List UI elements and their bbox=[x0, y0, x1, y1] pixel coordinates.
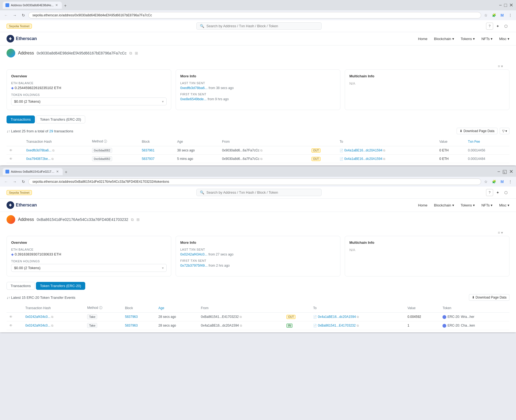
refresh-btn-1[interactable]: ↻ bbox=[20, 11, 27, 19]
profile-btn-2[interactable]: M bbox=[499, 178, 506, 185]
first-txn-hash-2[interactable]: 0x72b37975f49... bbox=[180, 263, 207, 267]
nav-blockchain-1[interactable]: Blockchain ▾ bbox=[434, 37, 454, 41]
nav-home-1[interactable]: Home bbox=[418, 37, 428, 41]
forward-btn-1[interactable]: → bbox=[11, 11, 19, 19]
tab-token-transfers-2[interactable]: Token Transfers (ERC-20) bbox=[36, 282, 85, 290]
td-to-addr[interactable]: 0x4a1aBE16...dc20A1594 bbox=[318, 315, 356, 319]
nav-misc-1[interactable]: Misc ▾ bbox=[499, 37, 509, 41]
url-bar-2[interactable] bbox=[28, 178, 481, 185]
search-help-btn-1[interactable]: ? bbox=[486, 23, 493, 30]
tab-transactions-2[interactable]: Transactions bbox=[7, 282, 35, 290]
tab-close-2[interactable]: ✕ bbox=[56, 170, 59, 174]
download-btn-1[interactable]: ⬇ Download Page Data bbox=[457, 128, 497, 134]
address-copy-icon-2[interactable]: ⧉ bbox=[131, 217, 134, 222]
token-row-1[interactable]: $0.00 (2 Tokens) ▾ bbox=[11, 98, 167, 105]
ext-btn-2[interactable]: 🧩 bbox=[490, 178, 497, 185]
maximize-btn-1[interactable]: □ bbox=[504, 2, 507, 8]
browser-tab-1-active[interactable]: Address 0x9030a8d64E98d4e... ✕ bbox=[3, 2, 62, 9]
url-bar-1[interactable] bbox=[28, 12, 481, 19]
copy-icon[interactable]: ⧉ bbox=[383, 157, 385, 160]
nav-home-2[interactable]: Home bbox=[418, 203, 428, 207]
td-to-addr[interactable]: 0x4a1aBE16...dc20A1594 bbox=[344, 157, 382, 161]
total-link-1[interactable]: 29 bbox=[49, 129, 53, 133]
td-hash[interactable]: 0xa7940872be... bbox=[26, 157, 50, 161]
tab-token-transfers-1[interactable]: Token Transfers (ERC-20) bbox=[36, 115, 85, 123]
nav-nfts-2[interactable]: NFTs ▾ bbox=[481, 203, 493, 207]
address-copy-icon-1[interactable]: ⧉ bbox=[129, 51, 132, 56]
back-btn-2[interactable]: ← bbox=[2, 178, 10, 185]
new-tab-button-1[interactable]: + bbox=[62, 3, 68, 9]
tab-transactions-1[interactable]: Transactions bbox=[7, 115, 35, 123]
tab-close-1[interactable]: ✕ bbox=[55, 3, 58, 7]
td-hash[interactable]: 0xedfb3d78ba6... bbox=[26, 148, 51, 152]
more-info-card-2: More Info LAST TXN SENT 0x0242af434c0...… bbox=[176, 236, 340, 276]
table-row: 👁 0xa7940872be... ⧉ 0xc6dad082 5837937 5… bbox=[7, 155, 509, 163]
copy-icon[interactable]: ⧉ bbox=[260, 149, 262, 152]
eth-btn-1[interactable]: ⬡ bbox=[502, 23, 509, 30]
search-input-1[interactable] bbox=[206, 24, 318, 28]
copy-icon[interactable]: ⧉ bbox=[260, 157, 262, 160]
minimize-btn-2[interactable]: − bbox=[497, 169, 500, 175]
td-to-addr[interactable]: 0xBa861541...E41703232 bbox=[318, 324, 356, 327]
profile-btn-1[interactable]: M bbox=[499, 12, 506, 19]
search-bar-1[interactable]: 🔍 bbox=[196, 22, 322, 30]
copy-icon[interactable]: ⧉ bbox=[383, 149, 385, 152]
first-txn-hash-1[interactable]: 0xe8e6549bde... bbox=[180, 97, 207, 101]
copy-icon[interactable]: ⧉ bbox=[240, 324, 242, 327]
address-qr-icon-1[interactable]: ⊞ bbox=[135, 51, 138, 55]
copy-icon[interactable]: ⧉ bbox=[51, 315, 53, 318]
settings-icon-1[interactable]: ≡ ▾ bbox=[498, 64, 503, 68]
eth-diamond-icon-1: ◆ bbox=[11, 86, 14, 90]
search-bar-2[interactable]: 🔍 bbox=[196, 189, 322, 196]
td-to-addr[interactable]: 0x4a1aBE16...dc20A1594 bbox=[344, 148, 382, 152]
ext-btn-1[interactable]: 🧩 bbox=[490, 12, 497, 19]
td-block[interactable]: 5837963 bbox=[125, 324, 138, 327]
address-qr-icon-2[interactable]: ⊞ bbox=[136, 217, 140, 222]
bookmark-btn-1[interactable]: ☆ bbox=[482, 12, 489, 19]
td-block[interactable]: 5837937 bbox=[142, 157, 155, 161]
last-txn-hash-1[interactable]: 0xedfb3d78ba6... bbox=[180, 86, 207, 90]
filter-btn-1[interactable]: ▽ ▾ bbox=[500, 128, 509, 134]
browser-tab-2-active[interactable]: Address 0xBa861541dFe0217€... ✕ bbox=[3, 168, 63, 175]
new-tab-button-2[interactable]: + bbox=[63, 169, 69, 175]
copy-icon[interactable]: ⧉ bbox=[240, 315, 242, 318]
transactions-table-1: Transaction Hash Method ⓘ Block Age From… bbox=[7, 137, 509, 163]
restore-btn-2[interactable]: ◱ bbox=[502, 169, 507, 175]
last-txn-hash-2[interactable]: 0x0242af434c0... bbox=[180, 252, 207, 256]
minimize-btn-1[interactable]: − bbox=[499, 2, 502, 8]
td-hash[interactable]: 0x0242af434c0... bbox=[25, 324, 50, 327]
refresh-btn-2[interactable]: ↻ bbox=[20, 178, 27, 185]
theme-btn-1[interactable]: ✦ bbox=[494, 23, 501, 30]
overview-cards-2: Overview ETH BALANCE ◆ 0.391638393071030… bbox=[7, 236, 509, 276]
nav-tokens-1[interactable]: Tokens ▾ bbox=[461, 37, 475, 41]
nav-tokens-2[interactable]: Tokens ▾ bbox=[461, 203, 475, 207]
nav-blockchain-2[interactable]: Blockchain ▾ bbox=[434, 203, 454, 207]
es-logo-icon-1 bbox=[7, 35, 14, 42]
copy-icon[interactable]: ⧉ bbox=[52, 149, 54, 152]
close-btn-2[interactable]: ✕ bbox=[509, 169, 513, 175]
td-block[interactable]: 5837963 bbox=[125, 315, 138, 319]
search-help-btn-2[interactable]: ? bbox=[486, 189, 493, 196]
download-btn-2[interactable]: ⬇ Download Page Data bbox=[469, 294, 509, 301]
td-hash[interactable]: 0x0242af434c0... bbox=[25, 315, 50, 319]
search-input-2[interactable] bbox=[206, 190, 318, 194]
close-btn-1[interactable]: ✕ bbox=[509, 2, 513, 8]
td-block[interactable]: 5837961 bbox=[142, 148, 155, 152]
bookmark-btn-2[interactable]: ☆ bbox=[482, 178, 489, 185]
menu-btn-2[interactable]: ⋮ bbox=[507, 178, 514, 185]
back-btn-1[interactable]: ← bbox=[2, 11, 10, 19]
copy-icon[interactable]: ⧉ bbox=[51, 157, 54, 160]
first-txn-time-2: from 2 hrs ago bbox=[209, 264, 230, 267]
forward-btn-2[interactable]: → bbox=[11, 178, 19, 185]
nav-misc-2[interactable]: Misc ▾ bbox=[499, 203, 509, 207]
copy-icon[interactable]: ⧉ bbox=[357, 324, 359, 327]
theme-btn-2[interactable]: ✦ bbox=[494, 189, 501, 196]
last-txn-field-1: LAST TXN SENT 0xedfb3d78ba6... from 38 s… bbox=[180, 81, 336, 90]
settings-icon-2[interactable]: ≡ ▾ bbox=[498, 230, 503, 235]
token-row-2[interactable]: $0.00 (2 Tokens) ▾ bbox=[11, 264, 167, 272]
nav-nfts-1[interactable]: NFTs ▾ bbox=[481, 37, 493, 41]
eth-btn-2[interactable]: ⬡ bbox=[502, 189, 509, 196]
copy-icon[interactable]: ⧉ bbox=[357, 315, 359, 318]
copy-icon[interactable]: ⧉ bbox=[51, 324, 53, 327]
menu-btn-1[interactable]: ⋮ bbox=[507, 12, 514, 19]
